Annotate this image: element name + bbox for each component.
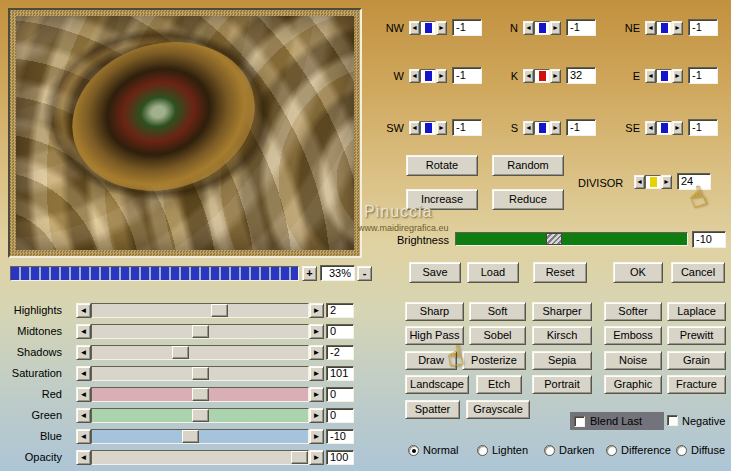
reduce-button[interactable]: Reduce	[492, 189, 564, 210]
spinner-decrement-icon[interactable]: ◄	[645, 121, 656, 135]
kernel-value-sw[interactable]: -1	[452, 119, 482, 136]
spinner-increment-icon[interactable]: ►	[550, 21, 561, 35]
zoom-in-button[interactable]: +	[302, 266, 317, 281]
spinner-decrement-icon[interactable]: ◄	[523, 121, 534, 135]
spinner-increment-icon[interactable]: ►	[436, 21, 447, 35]
filter-kirsch-button[interactable]: Kirsch	[532, 326, 592, 345]
arrow-right-icon[interactable]: ►	[309, 450, 324, 465]
slider-track-opacity[interactable]	[91, 450, 309, 465]
spinner-increment-icon[interactable]: ►	[550, 69, 561, 83]
kernel-value-w[interactable]: -1	[452, 67, 482, 84]
spinner-increment-icon[interactable]: ►	[672, 121, 683, 135]
value-blue[interactable]: -10	[326, 429, 354, 444]
ok-button[interactable]: OK	[613, 262, 663, 283]
value-shadows[interactable]: -2	[326, 345, 354, 360]
zoom-out-button[interactable]: -	[357, 266, 372, 281]
filter-laplace-button[interactable]: Laplace	[667, 302, 726, 321]
filter-etch-button[interactable]: Etch	[476, 375, 522, 394]
slider-track-saturation[interactable]	[91, 366, 309, 381]
filter-spatter-button[interactable]: Spatter	[405, 400, 460, 419]
filter-sharper-button[interactable]: Sharper	[532, 302, 592, 321]
arrow-right-icon[interactable]: ►	[309, 387, 324, 402]
spinner-increment-icon[interactable]: ►	[672, 21, 683, 35]
spinner-increment-icon[interactable]: ►	[550, 121, 561, 135]
spinner-decrement-icon[interactable]: ◄	[409, 69, 420, 83]
brightness-value[interactable]: -10	[692, 231, 726, 248]
slider-thumb-midtones[interactable]	[192, 325, 209, 338]
slider-track-shadows[interactable]	[91, 345, 309, 360]
slider-track-red[interactable]	[91, 387, 309, 402]
filter-sobel-button[interactable]: Sobel	[469, 326, 526, 345]
kernel-value-e[interactable]: -1	[688, 67, 718, 84]
filter-soft-button[interactable]: Soft	[469, 302, 526, 321]
arrow-left-icon[interactable]: ◄	[76, 387, 91, 402]
load-button[interactable]: Load	[467, 262, 519, 283]
filter-landscape-button[interactable]: Landscape	[405, 375, 469, 394]
filter-fracture-button[interactable]: Fracture	[667, 375, 726, 394]
filter-portrait-button[interactable]: Portrait	[532, 375, 592, 394]
arrow-left-icon[interactable]: ◄	[76, 429, 91, 444]
spinner-decrement-icon[interactable]: ◄	[634, 175, 645, 189]
filter-noise-button[interactable]: Noise	[604, 351, 662, 370]
slider-thumb-shadows[interactable]	[172, 346, 189, 359]
slider-track-midtones[interactable]	[91, 324, 309, 339]
spinner-decrement-icon[interactable]: ◄	[645, 69, 656, 83]
spinner-decrement-icon[interactable]: ◄	[645, 21, 656, 35]
brightness-track[interactable]	[455, 232, 688, 246]
value-highlights[interactable]: 2	[326, 303, 354, 318]
spinner-increment-icon[interactable]: ►	[661, 175, 672, 189]
arrow-right-icon[interactable]: ►	[309, 345, 324, 360]
slider-thumb-highlights[interactable]	[211, 304, 228, 317]
filter-prewitt-button[interactable]: Prewitt	[667, 326, 726, 345]
arrow-left-icon[interactable]: ◄	[76, 303, 91, 318]
slider-thumb-blue[interactable]	[182, 430, 199, 443]
arrow-left-icon[interactable]: ◄	[76, 324, 91, 339]
zoom-value[interactable]: 33%	[320, 265, 355, 281]
radio-lighten[interactable]	[477, 445, 488, 456]
spinner-increment-icon[interactable]: ►	[672, 69, 683, 83]
arrow-left-icon[interactable]: ◄	[76, 366, 91, 381]
slider-thumb-green[interactable]	[192, 409, 209, 422]
spinner-decrement-icon[interactable]: ◄	[409, 121, 420, 135]
radio-darken[interactable]	[544, 445, 555, 456]
filter-posterize-button[interactable]: Posterize	[462, 351, 526, 370]
filter-sepia-button[interactable]: Sepia	[532, 351, 592, 370]
filter-grain-button[interactable]: Grain	[667, 351, 726, 370]
radio-difference[interactable]	[606, 445, 617, 456]
kernel-value-nw[interactable]: -1	[452, 19, 482, 36]
spinner-decrement-icon[interactable]: ◄	[523, 21, 534, 35]
kernel-value-n[interactable]: -1	[566, 19, 596, 36]
spinner-increment-icon[interactable]: ►	[436, 69, 447, 83]
radio-diffuse[interactable]	[676, 445, 687, 456]
value-saturation[interactable]: 101	[326, 366, 354, 381]
zoom-progress-bar[interactable]	[10, 266, 299, 281]
kernel-value-k[interactable]: 32	[566, 67, 596, 84]
arrow-right-icon[interactable]: ►	[309, 408, 324, 423]
spinner-decrement-icon[interactable]: ◄	[523, 69, 534, 83]
slider-track-highlights[interactable]	[91, 303, 309, 318]
slider-track-green[interactable]	[91, 408, 309, 423]
kernel-value-se[interactable]: -1	[688, 119, 718, 136]
kernel-value-ne[interactable]: -1	[688, 19, 718, 36]
filter-sharp-button[interactable]: Sharp	[405, 302, 464, 321]
arrow-left-icon[interactable]: ◄	[76, 450, 91, 465]
kernel-value-s[interactable]: -1	[566, 119, 596, 136]
spinner-increment-icon[interactable]: ►	[436, 121, 447, 135]
filter-emboss-button[interactable]: Emboss	[604, 326, 662, 345]
slider-track-blue[interactable]	[91, 429, 309, 444]
filter-graphic-button[interactable]: Graphic	[604, 375, 662, 394]
slider-thumb-saturation[interactable]	[192, 367, 209, 380]
blend-last-checkbox[interactable]	[574, 416, 585, 427]
random-button[interactable]: Random	[492, 155, 564, 176]
value-opacity[interactable]: 100	[326, 450, 354, 465]
slider-thumb-red[interactable]	[192, 388, 209, 401]
filter-grayscale-button[interactable]: Grayscale	[466, 400, 530, 419]
value-green[interactable]: 0	[326, 408, 354, 423]
negative-checkbox[interactable]	[667, 415, 678, 426]
value-red[interactable]: 0	[326, 387, 354, 402]
brightness-thumb[interactable]	[546, 233, 562, 245]
save-button[interactable]: Save	[409, 262, 461, 283]
cancel-button[interactable]: Cancel	[671, 262, 725, 283]
filter-softer-button[interactable]: Softer	[604, 302, 662, 321]
arrow-right-icon[interactable]: ►	[309, 366, 324, 381]
